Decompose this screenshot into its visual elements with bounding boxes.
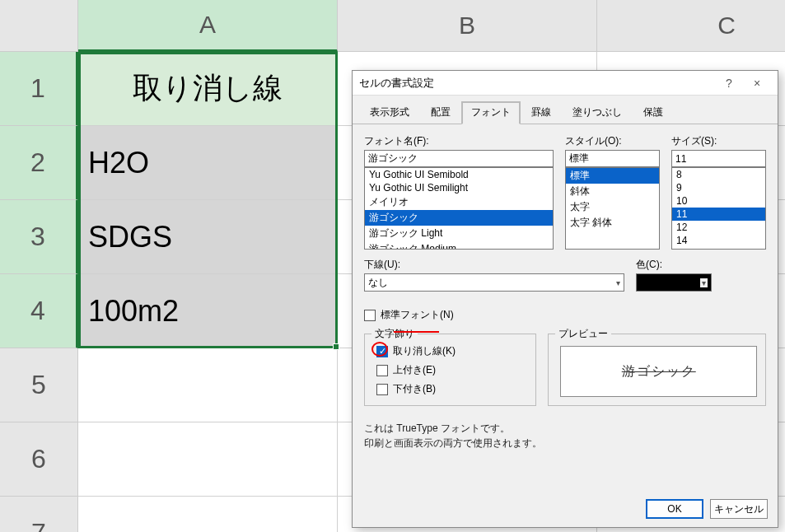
column-header-C[interactable]: C (597, 0, 785, 52)
list-item[interactable]: 14 (672, 234, 765, 247)
list-item[interactable]: 斜体 (566, 184, 659, 199)
size-input[interactable] (671, 150, 766, 167)
dialog-body: フォント名(F): Yu Gothic UI SemiboldYu Gothic… (353, 124, 778, 459)
row-headers: 1234567 (0, 52, 78, 532)
list-item[interactable]: Yu Gothic UI Semibold (365, 168, 553, 181)
cell-A2[interactable]: H2O (78, 126, 338, 200)
list-item[interactable]: 8 (672, 168, 765, 181)
tab-塗りつぶし[interactable]: 塗りつぶし (562, 100, 633, 124)
cell-A6[interactable] (78, 422, 338, 497)
preview-legend: プレビュー (555, 327, 611, 341)
color-label: 色(C): (636, 258, 766, 272)
font-name-label: フォント名(F): (364, 134, 554, 148)
row-header-3[interactable]: 3 (0, 200, 78, 274)
style-list[interactable]: 標準斜体太字太字 斜体 (565, 167, 660, 250)
dialog-tabs: 表示形式配置フォント罫線塗りつぶし保護 (353, 96, 778, 124)
row-header-4[interactable]: 4 (0, 274, 78, 348)
annotation-circle (371, 342, 388, 357)
chevron-down-icon: ▾ (700, 278, 708, 287)
annotation-underline (394, 331, 439, 333)
effects-group: 文字飾り ✓ 取り消し線(K) 上付き(E) 下付き(B) (364, 334, 536, 406)
ok-button[interactable]: OK (646, 499, 703, 519)
list-item[interactable]: 游ゴシック Medium (365, 241, 553, 250)
list-item[interactable]: 游ゴシック (365, 210, 553, 226)
font-name-list[interactable]: Yu Gothic UI SemiboldYu Gothic UI Semili… (364, 167, 554, 250)
select-all-corner[interactable] (0, 0, 78, 52)
superscript-checkbox[interactable] (376, 365, 388, 376)
cell-A5[interactable] (78, 348, 338, 422)
font-info-text: これは TrueType フォントです。 印刷と画面表示の両方で使用されます。 (364, 421, 766, 450)
tab-表示形式[interactable]: 表示形式 (359, 100, 420, 124)
strikethrough-label: 取り消し線(K) (393, 344, 456, 358)
cell-A1[interactable]: 取り消し線 (78, 52, 338, 126)
tab-保護[interactable]: 保護 (633, 100, 674, 124)
dialog-titlebar[interactable]: セルの書式設定 ? × (353, 71, 778, 96)
tab-配置[interactable]: 配置 (420, 100, 461, 124)
column-header-A[interactable]: A (78, 0, 338, 52)
list-item[interactable]: 9 (672, 181, 765, 194)
help-button[interactable]: ? (715, 73, 743, 93)
list-item[interactable]: 12 (672, 221, 765, 234)
normal-font-checkbox[interactable] (364, 310, 376, 321)
close-icon: × (754, 77, 760, 90)
dialog-title: セルの書式設定 (359, 76, 715, 91)
color-combo[interactable]: ▾ (636, 273, 712, 292)
superscript-label: 上付き(E) (393, 363, 436, 377)
row-header-7[interactable]: 7 (0, 497, 78, 532)
format-cells-dialog: セルの書式設定 ? × 表示形式配置フォント罫線塗りつぶし保護 フォント名(F)… (352, 70, 778, 528)
row-header-6[interactable]: 6 (0, 422, 78, 497)
normal-font-label: 標準フォント(N) (381, 308, 454, 322)
list-item[interactable]: 太字 斜体 (566, 215, 659, 231)
cell-A7[interactable] (78, 497, 338, 532)
style-label: スタイル(O): (565, 134, 660, 148)
cell-A3[interactable]: SDGS (78, 200, 338, 274)
preview-box: 游ゴシック (560, 346, 757, 397)
list-item[interactable]: 標準 (566, 168, 659, 184)
list-item[interactable]: Yu Gothic UI Semilight (365, 181, 553, 194)
close-button[interactable]: × (743, 73, 771, 93)
font-name-input[interactable] (364, 150, 554, 167)
underline-combo[interactable]: なし ▾ (364, 273, 624, 292)
dialog-buttons: OK キャンセル (646, 499, 768, 519)
tab-罫線[interactable]: 罫線 (521, 100, 562, 124)
row-header-5[interactable]: 5 (0, 348, 78, 422)
underline-label: 下線(U): (364, 258, 624, 272)
tab-フォント[interactable]: フォント (461, 101, 521, 124)
cell-A4[interactable]: 100m2 (78, 274, 338, 348)
row-header-2[interactable]: 2 (0, 126, 78, 200)
list-item[interactable]: 11 (672, 208, 765, 221)
effects-legend: 文字飾り (371, 327, 418, 341)
column-headers: ABC (78, 0, 785, 52)
list-item[interactable]: 游ゴシック Light (365, 226, 553, 241)
subscript-checkbox[interactable] (376, 384, 388, 395)
cancel-button[interactable]: キャンセル (710, 499, 768, 519)
preview-group: プレビュー 游ゴシック (548, 334, 766, 406)
size-label: サイズ(S): (671, 134, 766, 148)
preview-text: 游ゴシック (622, 363, 696, 380)
chevron-down-icon: ▾ (616, 278, 620, 287)
list-item[interactable]: 太字 (566, 199, 659, 215)
row-header-1[interactable]: 1 (0, 52, 78, 126)
size-list[interactable]: 8910111214 (671, 167, 766, 250)
subscript-label: 下付き(B) (393, 382, 436, 396)
style-input[interactable] (565, 150, 660, 167)
list-item[interactable]: メイリオ (365, 194, 553, 210)
list-item[interactable]: 10 (672, 194, 765, 208)
column-header-B[interactable]: B (338, 0, 597, 52)
